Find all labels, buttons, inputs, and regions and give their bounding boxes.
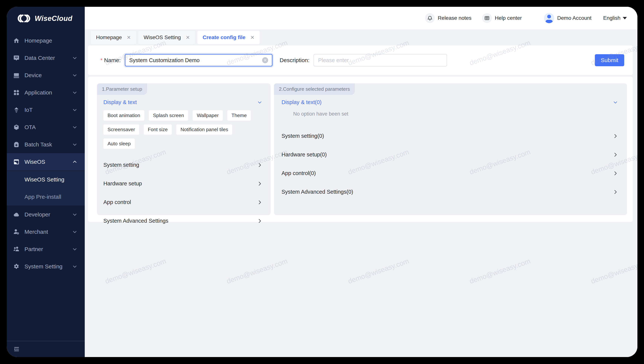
release-notes-button[interactable]: Release notes	[425, 13, 471, 23]
sidebar-item-label: Partner	[25, 246, 43, 252]
tab-label: WiseOS Setting	[144, 34, 181, 40]
close-tab-icon[interactable]: ✕	[250, 35, 254, 40]
sidebar-item-label: IoT	[25, 107, 33, 113]
tab-homepage[interactable]: Homepage✕	[91, 31, 136, 44]
language-selector[interactable]: English	[603, 15, 627, 21]
chip-notification-panel-tiles[interactable]: Notification panel tiles	[176, 124, 232, 135]
tab-bar: Homepage✕WiseOS Setting✕Create config fi…	[91, 31, 260, 44]
close-tab-icon[interactable]: ✕	[127, 35, 131, 40]
chevron-down-icon[interactable]	[613, 100, 618, 105]
configure-panel: 2.Configure selected parameters Display …	[274, 84, 627, 215]
main-area: Release notes Help center	[85, 7, 637, 357]
section-label: Hardware setup	[103, 180, 142, 187]
chevron-down-icon	[72, 56, 77, 60]
chevron-up-icon	[72, 160, 77, 164]
section-app-control-0[interactable]: App control(0)	[282, 164, 618, 182]
avatar	[544, 13, 554, 23]
chip-boot-animation[interactable]: Boot animation	[103, 110, 144, 121]
chevron-right-icon	[613, 189, 618, 194]
sidebar-item-developer[interactable]: Developer	[7, 206, 85, 223]
empty-state-text: No option have been set	[282, 111, 618, 117]
account-menu[interactable]: Demo Account	[544, 13, 591, 23]
chip-wallpaper[interactable]: Wallpaper	[193, 110, 223, 121]
chevron-down-icon	[72, 212, 77, 217]
chevron-right-icon	[257, 200, 262, 205]
name-input-wrap: ✕	[125, 54, 272, 66]
sidebar-item-homepage[interactable]: Homepage	[7, 32, 85, 49]
chevron-down-icon	[72, 142, 77, 147]
bell-icon	[425, 13, 435, 23]
chevron-down-icon[interactable]	[257, 100, 262, 105]
parameter-sections: System settingHardware setupApp controlS…	[103, 156, 262, 230]
chip-theme[interactable]: Theme	[227, 110, 251, 121]
configure-header: 2.Configure selected parameters	[274, 84, 355, 95]
sidebar-item-label: Data Center	[25, 55, 55, 61]
chevron-down-icon	[72, 264, 77, 269]
application-icon	[13, 90, 20, 96]
tab-create-config-file[interactable]: Create config file✕	[197, 31, 260, 44]
chevron-down-icon	[72, 125, 77, 130]
chip-font-size[interactable]: Font size	[144, 124, 172, 135]
chevron-right-icon	[257, 181, 262, 186]
display-text-group[interactable]: Display & text	[103, 99, 262, 106]
chip-splash-screen[interactable]: Splash screen	[149, 110, 188, 121]
section-hardware-setup[interactable]: Hardware setup	[103, 174, 262, 193]
sidebar-item-wiseos-setting[interactable]: WiseOS Setting	[7, 171, 85, 188]
help-book-icon	[482, 13, 492, 23]
ota-icon	[13, 124, 20, 130]
sidebar-item-iot[interactable]: IoT	[7, 101, 85, 118]
panels-card: 1.Parameter setup Display & text Boot an…	[88, 76, 633, 222]
section-app-control[interactable]: App control	[103, 193, 262, 212]
sidebar-item-device[interactable]: Device	[7, 67, 85, 84]
sidebar-item-label: Developer	[25, 211, 50, 218]
section-label: System Advanced Settings	[103, 218, 168, 224]
tab-label: Create config file	[203, 34, 245, 40]
tab-wiseos-setting[interactable]: WiseOS Setting✕	[138, 31, 195, 44]
sidebar-menu: HomepageData CenterDeviceApplicationIoTO…	[7, 32, 85, 275]
wiseos-icon	[13, 159, 20, 165]
help-center-button[interactable]: Help center	[482, 13, 522, 23]
watermark-text: demo@wiseasy.com	[226, 257, 288, 285]
configured-display-text-group[interactable]: Display & text(0)	[282, 99, 618, 106]
sidebar-item-wiseos[interactable]: WiseOS	[7, 153, 85, 170]
configure-sections: System setting(0)Hardware setup(0)App co…	[282, 127, 618, 201]
name-input[interactable]	[129, 57, 262, 64]
sidebar-item-merchant[interactable]: Merchant	[7, 223, 85, 240]
sidebar-footer	[7, 341, 85, 357]
language-label: English	[603, 15, 620, 21]
sidebar-item-batch-task[interactable]: Batch Task	[7, 136, 85, 153]
collapse-sidebar-icon[interactable]	[13, 346, 20, 352]
submit-button[interactable]: Submit	[595, 54, 624, 66]
clear-input-icon[interactable]: ✕	[262, 57, 268, 63]
developer-icon	[13, 211, 20, 218]
section-system-setting-0[interactable]: System setting(0)	[282, 127, 618, 145]
section-system-setting[interactable]: System setting	[103, 156, 262, 174]
sidebar-item-system-setting[interactable]: System Setting	[7, 258, 85, 275]
chevron-down-icon	[72, 73, 77, 78]
sidebar-item-ota[interactable]: OTA	[7, 118, 85, 136]
logo-text: WiseCloud	[35, 14, 73, 22]
watermark-text: demo@wiseasy.com	[347, 257, 410, 285]
chevron-right-icon	[613, 152, 618, 157]
section-system-advanced-settings-0[interactable]: System Advanced Settings(0)	[282, 182, 618, 201]
section-label: System Advanced Settings(0)	[282, 189, 353, 195]
content-area: Homepage✕WiseOS Setting✕Create config fi…	[85, 29, 637, 357]
system-setting-icon	[13, 263, 20, 270]
chevron-down-icon	[72, 230, 77, 234]
description-input[interactable]	[314, 54, 447, 66]
batch-task-icon	[13, 141, 20, 148]
sidebar-item-application[interactable]: Application	[7, 84, 85, 101]
sidebar-item-partner[interactable]: Partner	[7, 240, 85, 258]
chevron-right-icon	[613, 171, 618, 176]
chip-screensaver[interactable]: Screensaver	[103, 124, 139, 135]
section-system-advanced-settings[interactable]: System Advanced Settings	[103, 212, 262, 230]
chip-auto-sleep[interactable]: Auto sleep	[103, 138, 135, 149]
close-tab-icon[interactable]: ✕	[186, 35, 190, 40]
section-hardware-setup-0[interactable]: Hardware setup(0)	[282, 145, 618, 164]
form-card: * Name: ✕ Description: Submit	[88, 45, 633, 75]
caret-down-icon	[623, 17, 627, 20]
section-label: System setting(0)	[282, 133, 324, 139]
wisecloud-logo-icon	[17, 14, 31, 23]
sidebar-item-app-pre-install[interactable]: App Pre-install	[7, 188, 85, 206]
sidebar-item-data-center[interactable]: Data Center	[7, 49, 85, 67]
